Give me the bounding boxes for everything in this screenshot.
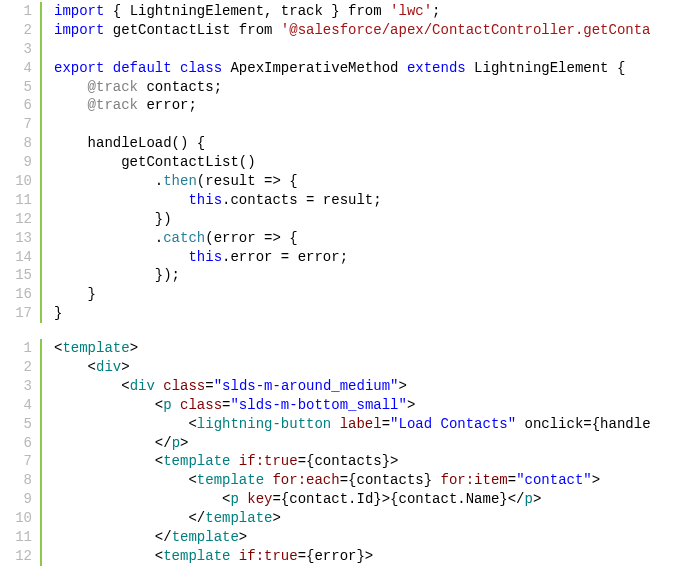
code-line: <lightning-button label="Load Contacts" …: [54, 415, 651, 434]
code-line: this.contacts = result;: [54, 191, 651, 210]
line-number: 11: [10, 191, 32, 210]
line-number: 5: [10, 415, 32, 434]
line-number: 15: [10, 266, 32, 285]
code-line: </template>: [54, 528, 651, 547]
line-number: 3: [10, 377, 32, 396]
code-content: <template> <div> <div class="slds-m-arou…: [42, 339, 651, 566]
line-number: 12: [10, 547, 32, 566]
line-number: 3: [10, 40, 32, 59]
code-line: [54, 115, 651, 134]
code-line: import { LightningElement, track } from …: [54, 2, 651, 21]
line-number: 2: [10, 21, 32, 40]
line-number: 8: [10, 471, 32, 490]
line-number: 7: [10, 452, 32, 471]
line-number: 13: [10, 229, 32, 248]
line-number: 7: [10, 115, 32, 134]
line-number: 14: [10, 248, 32, 267]
gutter: 1234567891011121314151617: [0, 339, 42, 566]
code-line: <template>: [54, 339, 651, 358]
code-line: }: [54, 285, 651, 304]
code-line: this.error = error;: [54, 248, 651, 267]
line-number: 17: [10, 304, 32, 323]
line-number: 11: [10, 528, 32, 547]
code-line: <div>: [54, 358, 651, 377]
line-number: 9: [10, 153, 32, 172]
code-line: }: [54, 304, 651, 323]
code-line: <p key={contact.Id}>{contact.Name}</p>: [54, 490, 651, 509]
line-number: 10: [10, 172, 32, 191]
line-number: 16: [10, 285, 32, 304]
line-number: 9: [10, 490, 32, 509]
code-line: <div class="slds-m-around_medium">: [54, 377, 651, 396]
line-number: 2: [10, 358, 32, 377]
code-line: import getContactList from '@salesforce/…: [54, 21, 651, 40]
code-line: </p>: [54, 434, 651, 453]
code-line: @track contacts;: [54, 78, 651, 97]
code-line: <template if:true={contacts}>: [54, 452, 651, 471]
code-content: import { LightningElement, track } from …: [42, 2, 651, 323]
code-line: handleLoad() {: [54, 134, 651, 153]
line-number: 12: [10, 210, 32, 229]
code-line: </template>: [54, 509, 651, 528]
line-number: 1: [10, 339, 32, 358]
line-number: 8: [10, 134, 32, 153]
line-number: 1: [10, 2, 32, 21]
code-line: export default class ApexImperativeMetho…: [54, 59, 651, 78]
line-number: 4: [10, 59, 32, 78]
code-line: }): [54, 210, 651, 229]
code-line: @track error;: [54, 96, 651, 115]
code-block-html: 1234567891011121314151617 <template> <di…: [0, 337, 680, 566]
code-line: <template if:true={error}>: [54, 547, 651, 566]
code-line: <p class="slds-m-bottom_small">: [54, 396, 651, 415]
code-block-js: 1234567891011121314151617 import { Light…: [0, 0, 680, 325]
line-number: 6: [10, 96, 32, 115]
code-line: .then(result => {: [54, 172, 651, 191]
gutter: 1234567891011121314151617: [0, 2, 42, 323]
code-line: getContactList(): [54, 153, 651, 172]
line-number: 5: [10, 78, 32, 97]
line-number: 6: [10, 434, 32, 453]
code-line: <template for:each={contacts} for:item="…: [54, 471, 651, 490]
code-line: [54, 40, 651, 59]
line-number: 10: [10, 509, 32, 528]
code-line: });: [54, 266, 651, 285]
line-number: 4: [10, 396, 32, 415]
code-line: .catch(error => {: [54, 229, 651, 248]
